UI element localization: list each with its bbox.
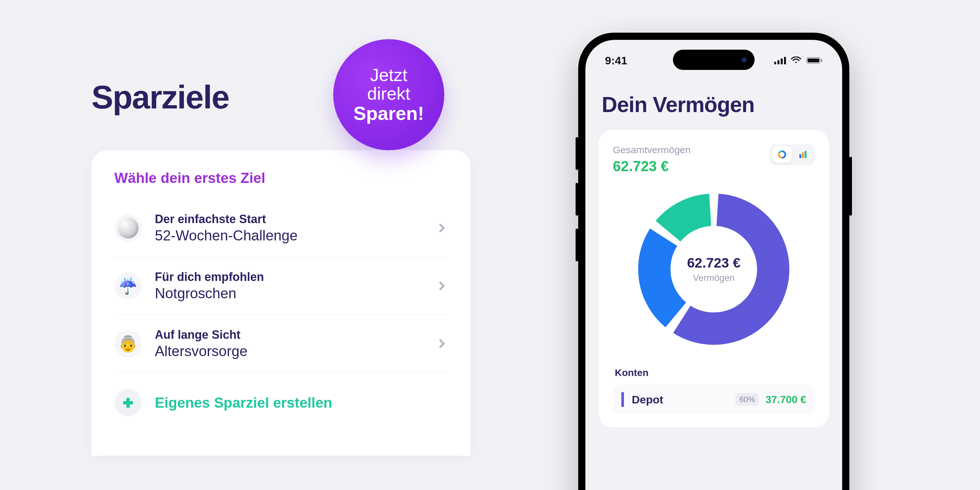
goal-subtitle: Der einfachste Start — [155, 212, 436, 226]
donut-center-value: 62.723 € — [687, 255, 741, 271]
goal-row-altersvorsorge[interactable]: 👵 Auf lange Sicht Altersvorsorge — [115, 315, 447, 373]
svg-rect-14 — [805, 151, 807, 158]
total-wealth-label: Gesamtvermögen — [613, 145, 690, 156]
create-goal-label: Eigenes Sparziel erstellen — [155, 395, 332, 411]
dynamic-island — [673, 50, 755, 70]
goal-row-notgroschen[interactable]: ☔ Für dich empfohlen Notgroschen — [115, 257, 447, 315]
account-row-depot[interactable]: Depot 60% 37.700 € — [613, 385, 815, 414]
chevron-right-icon — [436, 222, 447, 234]
svg-rect-7 — [808, 59, 819, 62]
account-percent-badge: 60% — [735, 393, 759, 406]
goals-card: Wähle dein erstes Ziel Der einfachste St… — [91, 150, 470, 456]
cta-badge[interactable]: Jetzt direkt Sparen! — [333, 39, 444, 150]
phone-screen: 9:41 Dein Vermögen Gesamtvermögen — [585, 40, 842, 490]
coin-icon — [115, 214, 142, 242]
svg-rect-13 — [802, 152, 804, 158]
chevron-right-icon — [436, 338, 447, 350]
svg-rect-12 — [799, 154, 801, 158]
goal-title: Altersvorsorge — [155, 343, 436, 360]
bar-toggle-button[interactable] — [793, 146, 813, 163]
create-goal-button[interactable]: Eigenes Sparziel erstellen — [115, 373, 447, 417]
cellular-icon — [774, 57, 786, 64]
donut-center-label: Vermögen — [687, 273, 741, 283]
account-color-bar — [621, 392, 624, 407]
svg-rect-8 — [821, 59, 822, 62]
cta-line-2: direkt — [367, 84, 410, 103]
wealth-card: Gesamtvermögen 62.723 € — [598, 130, 829, 427]
goal-title: 52-Wochen-Challenge — [155, 228, 436, 244]
account-value: 37.700 € — [765, 394, 806, 406]
umbrella-icon: ☔ — [115, 272, 142, 299]
cta-line-1: Jetzt — [370, 66, 407, 84]
battery-icon — [806, 57, 822, 64]
goal-row-52-wochen[interactable]: Der einfachste Start 52-Wochen-Challenge — [115, 199, 447, 257]
goal-subtitle: Auf lange Sicht — [155, 328, 436, 342]
plus-icon — [115, 389, 142, 417]
wealth-donut-chart: 62.723 € Vermögen — [629, 184, 799, 354]
svg-rect-4 — [781, 59, 783, 64]
chart-type-toggle — [770, 145, 815, 165]
phone-frame: 9:41 Dein Vermögen Gesamtvermögen — [578, 33, 850, 490]
account-name: Depot — [632, 393, 735, 406]
old-person-icon: 👵 — [115, 330, 142, 357]
accounts-heading: Konten — [615, 367, 815, 378]
cta-line-3: Sparen! — [353, 103, 424, 124]
goal-subtitle: Für dich empfohlen — [155, 270, 436, 284]
phone-page-title: Dein Vermögen — [602, 92, 829, 117]
svg-rect-3 — [778, 60, 780, 64]
wifi-icon — [791, 57, 802, 64]
donut-chart-icon — [777, 150, 787, 159]
status-time: 9:41 — [605, 54, 627, 67]
svg-rect-5 — [784, 57, 786, 64]
chevron-right-icon — [436, 280, 447, 292]
goal-title: Notgroschen — [155, 285, 436, 302]
donut-toggle-button[interactable] — [772, 146, 792, 163]
page-title: Sparziele — [91, 78, 229, 116]
svg-rect-2 — [774, 62, 776, 64]
bar-chart-icon — [798, 150, 808, 159]
goals-card-heading: Wähle dein erstes Ziel — [115, 170, 447, 186]
total-wealth-amount: 62.723 € — [613, 158, 690, 175]
